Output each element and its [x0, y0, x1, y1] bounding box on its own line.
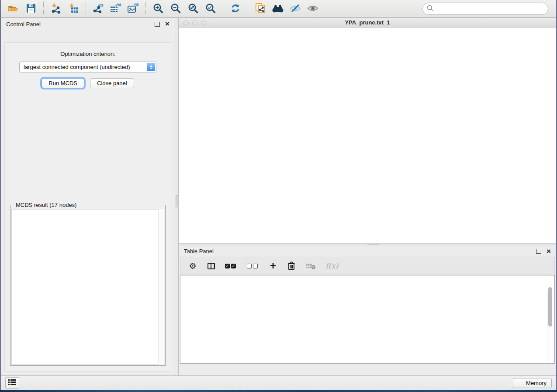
table-settings-gear-icon[interactable]: ⚙ — [188, 262, 197, 270]
import-network-button[interactable] — [48, 2, 64, 16]
toolbar-separator — [145, 2, 146, 15]
table-scrollbar-thumb[interactable] — [548, 287, 552, 327]
memory-status-icon — [518, 381, 523, 385]
open-folder-icon — [8, 3, 19, 14]
close-table-panel-button[interactable]: × — [547, 249, 551, 254]
horizontal-splitter[interactable] — [179, 243, 556, 246]
find-binoculars-button[interactable] — [270, 2, 286, 16]
zoom-in-button[interactable] — [150, 2, 166, 16]
export-network-icon — [93, 3, 104, 15]
vertical-splitter[interactable] — [175, 18, 179, 375]
export-image-icon — [127, 3, 139, 15]
export-image-button[interactable] — [125, 2, 142, 16]
binoculars-icon — [271, 3, 284, 14]
network-window-titlebar[interactable]: YPA_prune.txt_1 — [179, 18, 556, 28]
toolbar-separator — [86, 2, 86, 15]
duplicate-network-icon — [255, 3, 266, 15]
optimization-criterion-label: Optimization criterion: — [5, 51, 171, 57]
mcds-result-title: MCDS result (17 nodes) — [14, 202, 78, 208]
deselect-all-columns-icon[interactable] — [247, 264, 259, 268]
desktop: Control Panel × Optimization criterion: … — [0, 0, 557, 392]
toolbar-separator — [223, 2, 223, 15]
zoom-selected-button[interactable] — [202, 2, 219, 16]
search-input[interactable] — [436, 5, 544, 13]
save-button[interactable] — [23, 2, 39, 16]
import-table-button[interactable] — [65, 2, 82, 16]
search-box — [422, 3, 548, 15]
list-icon — [8, 379, 16, 387]
duplicate-network-button[interactable] — [252, 2, 269, 16]
application-window: Control Panel × Optimization criterion: … — [1, 0, 556, 390]
control-panel: Control Panel × Optimization criterion: … — [1, 18, 175, 375]
function-builder-icon: f(x) — [325, 261, 338, 270]
show-columns-icon[interactable] — [207, 263, 215, 269]
window-minimize-light[interactable] — [192, 20, 197, 25]
zoom-out-icon — [170, 3, 181, 15]
delete-table-icon — [305, 262, 316, 269]
network-graph[interactable] — [179, 28, 556, 243]
zoom-selected-icon — [205, 3, 216, 15]
close-panel-action-button[interactable]: Close panel — [90, 78, 134, 88]
export-table-button[interactable] — [107, 2, 124, 16]
criterion-selected-value: largest connected component (undirected) — [20, 64, 147, 70]
task-history-button[interactable] — [5, 377, 19, 389]
toolbar-separator — [248, 2, 248, 15]
search-icon — [427, 5, 433, 13]
zoom-in-icon — [153, 3, 164, 15]
memory-button[interactable]: Memory — [513, 378, 552, 388]
table-panel-title: Table Panel — [184, 248, 214, 254]
zoom-fit-button[interactable] — [185, 2, 201, 16]
float-table-panel-button[interactable] — [536, 249, 541, 254]
network-window: YPA_prune.txt_1 — [179, 18, 556, 243]
status-bar: Memory — [1, 375, 556, 390]
table-scrollbar[interactable] — [547, 285, 554, 362]
import-network-icon — [50, 3, 62, 15]
node-table-container — [180, 275, 555, 364]
export-network-button[interactable] — [90, 2, 107, 16]
export-table-icon — [110, 3, 122, 15]
run-mcds-button[interactable]: Run MCDS — [42, 78, 84, 88]
memory-label: Memory — [526, 380, 547, 386]
result-list-scrollbar[interactable] — [158, 209, 164, 364]
mcds-result-box: MCDS result (17 nodes) — [10, 205, 166, 366]
import-table-icon — [68, 3, 79, 15]
add-column-icon[interactable]: + — [269, 262, 277, 270]
open-file-button[interactable] — [5, 2, 22, 16]
eye-slash-icon — [289, 3, 301, 14]
table-panel: Table Panel × ⚙ ✓✓ + f(x) — [179, 246, 556, 375]
main-toolbar — [1, 0, 556, 18]
close-panel-button[interactable]: × — [165, 22, 170, 26]
mcds-result-list[interactable] — [11, 209, 164, 364]
window-close-light[interactable] — [183, 20, 189, 25]
refresh-button[interactable] — [227, 2, 244, 16]
zoom-out-button[interactable] — [167, 2, 184, 16]
toolbar-separator — [43, 2, 44, 15]
criterion-select[interactable]: largest connected component (undirected) — [19, 62, 156, 72]
table-toolbar: ⚙ ✓✓ + f(x) — [180, 257, 555, 275]
eye-icon — [307, 3, 319, 14]
select-all-columns-icon[interactable]: ✓✓ — [225, 264, 237, 268]
float-panel-button[interactable] — [155, 22, 160, 27]
window-maximize-light[interactable] — [201, 20, 206, 25]
control-panel-title: Control Panel — [6, 21, 41, 28]
network-title: YPA_prune.txt_1 — [179, 19, 556, 26]
network-canvas[interactable] — [179, 28, 556, 243]
mcds-panel: Optimization criterion: largest connecte… — [4, 42, 171, 372]
delete-column-trash-icon[interactable] — [287, 261, 296, 271]
show-all-button[interactable] — [304, 2, 321, 16]
zoom-fit-icon — [188, 3, 199, 15]
select-stepper-icon — [147, 63, 155, 71]
save-floppy-icon — [26, 3, 36, 14]
hide-unselected-button[interactable] — [287, 2, 304, 16]
refresh-icon — [230, 3, 241, 15]
